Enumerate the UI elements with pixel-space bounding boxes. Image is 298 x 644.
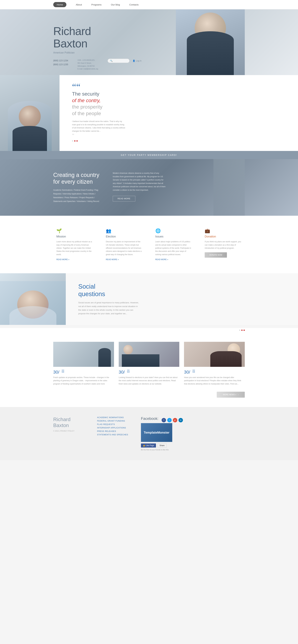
hero-address: USA - LOS ANGELES, 901 East E Street, Wi… bbox=[78, 59, 98, 70]
nav-item-home[interactable]: Home bbox=[53, 2, 66, 7]
quote-line3: the prosperity bbox=[72, 104, 125, 110]
quote-line1: The security bbox=[72, 91, 125, 97]
stat-election-title: Election bbox=[106, 235, 143, 238]
news-month-3: 03 bbox=[192, 370, 195, 373]
googleplus-social-icon[interactable]: g+ bbox=[173, 418, 177, 422]
linkedin-social-icon[interactable]: in bbox=[178, 418, 183, 422]
footer: Richard Baxton © 2015 | PRIVACY POLICY A… bbox=[0, 407, 298, 460]
stat-mission-link[interactable]: READ MORE » bbox=[56, 258, 69, 260]
hero-address-line4: E-mail: mail@demolink.org bbox=[78, 68, 98, 70]
nav-item-contacts[interactable]: Contacts bbox=[129, 3, 139, 6]
social-dot-1[interactable] bbox=[239, 330, 240, 331]
mission-icon: 🌱 bbox=[56, 228, 93, 234]
footer-name-line1: Richard bbox=[53, 416, 71, 422]
hero-name: Richard Baxton bbox=[53, 25, 91, 50]
news-text-3: Have you ever wondered how your life can… bbox=[184, 376, 245, 386]
fb-like-button[interactable]: 👍 Like Page bbox=[141, 444, 156, 448]
footer-name-line2: Baxton bbox=[53, 422, 69, 428]
login-button[interactable]: 👤 Log In bbox=[133, 60, 142, 62]
quote-close-mark: ” bbox=[72, 133, 125, 138]
search-box: 🔍 bbox=[108, 59, 130, 63]
hero-phone2: (800) 123 1235 bbox=[53, 62, 68, 66]
issues-icon: 🌐 bbox=[155, 228, 192, 234]
stat-issues-title: Issues bbox=[155, 235, 192, 238]
news-section: 30/ 03 Fresh updates at proposals sectio… bbox=[0, 332, 298, 407]
footer-copyright: © 2015 | PRIVACY POLICY bbox=[53, 430, 85, 432]
footer-link-statements[interactable]: STATEMENTS AND SPEECHES bbox=[97, 434, 128, 436]
creating-title-line1: Creating a country bbox=[53, 172, 99, 178]
footer-facebook-title: Facebook: bbox=[141, 416, 158, 421]
social-title-line1: Social bbox=[78, 283, 95, 290]
creating-left: Creating a country for every citizen Aca… bbox=[53, 172, 103, 203]
quote-open-mark: ““ bbox=[72, 84, 125, 89]
news-grid: 30/ 03 Fresh updates at proposals sectio… bbox=[53, 342, 245, 386]
creating-read-more-button[interactable]: READ MORE bbox=[113, 196, 135, 202]
stat-donation-body: If you think my plans are worth support,… bbox=[205, 240, 242, 250]
social-dot-2[interactable] bbox=[241, 330, 242, 331]
stat-donation: 💼 Donation If you think my plans are wor… bbox=[201, 225, 245, 264]
hero-contact-bar: (800) 123 1234 (800) 123 1235 USA - LOS … bbox=[53, 59, 142, 70]
stat-issues: 🌐 Issues Learn about major problems of U… bbox=[152, 225, 195, 264]
stat-issues-body: Learn about major problems of US politic… bbox=[155, 240, 192, 256]
stat-mission-body: Learn more about my political mission as… bbox=[56, 240, 93, 256]
election-icon: 👥 bbox=[106, 228, 143, 234]
hero-phones: (800) 123 1234 (800) 123 1235 bbox=[53, 59, 68, 66]
donate-button[interactable]: DONATE NOW bbox=[205, 252, 227, 258]
stat-election: 👥 Election Discover my plans on improvem… bbox=[103, 225, 146, 264]
footer-link-federal[interactable]: FEDERAL GRANT FUNDING bbox=[97, 420, 128, 422]
membership-text: GET YOUR PARTY MEMBERSHIP CARD! bbox=[121, 154, 177, 156]
news-item-1: 30/ 03 Fresh updates at proposals sectio… bbox=[53, 342, 114, 386]
creating-statue-image bbox=[213, 159, 245, 216]
navigation: Home About Programs Our blog Contacts bbox=[0, 0, 298, 10]
quote-dots bbox=[72, 140, 125, 142]
quote-dot-1[interactable] bbox=[72, 140, 73, 142]
footer-link-flag[interactable]: FLAG REQUESTS bbox=[97, 423, 128, 426]
nav-item-programs[interactable]: Programs bbox=[91, 3, 102, 6]
social-body: Social issues are of great importance to… bbox=[78, 301, 141, 316]
quote-section: ““ The security of the contry, the prosp… bbox=[0, 75, 298, 151]
facebook-social-icon[interactable]: f bbox=[162, 418, 166, 422]
news-date-3: 30/ bbox=[184, 370, 190, 374]
fb-share-button[interactable]: Share bbox=[158, 444, 167, 448]
creating-right: Modern American citizens deserve a count… bbox=[113, 172, 166, 203]
news-date-2: 30/ bbox=[119, 370, 125, 374]
social-title-line2: questions bbox=[78, 290, 105, 297]
nav-item-about[interactable]: About bbox=[76, 3, 82, 6]
news-date-row-3: 30/ 03 bbox=[184, 370, 245, 374]
social-content: Social questions Social issues are of gr… bbox=[66, 273, 298, 325]
news-month-1: 03 bbox=[62, 370, 64, 373]
hero-phone1: (800) 123 1234 bbox=[53, 59, 68, 62]
social-dot-3[interactable] bbox=[243, 330, 245, 331]
quote-dot-2[interactable] bbox=[74, 140, 76, 142]
hero-name-first: Richard bbox=[53, 25, 91, 38]
twitter-social-icon[interactable]: t bbox=[167, 418, 172, 422]
social-dots bbox=[0, 328, 298, 332]
footer-facebook: Facebook: f t g+ in TemplateMonster 👍 Li… bbox=[141, 416, 245, 451]
news-image-3 bbox=[184, 342, 245, 367]
quote-dot-3[interactable] bbox=[76, 140, 78, 142]
news-image-1 bbox=[53, 342, 114, 367]
news-date-number-3: 30/ bbox=[184, 370, 190, 374]
quote-portrait bbox=[0, 75, 60, 151]
news-text-1: Fresh updates at proposals section. Thes… bbox=[53, 376, 114, 386]
news-image-2 bbox=[119, 342, 179, 367]
news-item-3: 30/ 03 Have you ever wondered how your l… bbox=[184, 342, 245, 386]
news-date-1: 30/ bbox=[53, 370, 59, 374]
nav-item-blog[interactable]: Our blog bbox=[111, 3, 120, 6]
news-date-row-2: 30/ 03 bbox=[119, 370, 179, 374]
footer-link-press[interactable]: PRESS RELEASES bbox=[97, 430, 128, 432]
footer-link-academic[interactable]: ACADEMIC NOMINATIONS bbox=[97, 416, 128, 418]
hero-address-line3: Wilmington, CA 90744 bbox=[78, 64, 98, 68]
quote-line4: of the people bbox=[72, 110, 125, 117]
hero-search-area: 🔍 👤 Log In bbox=[108, 59, 142, 63]
quote-body: I believe true leader should serve the n… bbox=[72, 120, 125, 133]
stat-mission: 🌱 Mission Learn more about my political … bbox=[53, 225, 97, 264]
footer-link-internship[interactable]: INTERNSHIP APPLICATIONS bbox=[97, 427, 128, 429]
stat-issues-link[interactable]: READ MORE » bbox=[155, 258, 168, 260]
news-more-button[interactable]: MORE NEWS » › bbox=[217, 392, 245, 398]
donation-icon: 💼 bbox=[205, 228, 242, 234]
news-date-row-1: 30/ 03 bbox=[53, 370, 114, 374]
social-section: Social questions Social issues are of gr… bbox=[0, 273, 298, 325]
stat-election-link[interactable]: READ MORE » bbox=[106, 258, 119, 260]
news-more-button-row: MORE NEWS » › bbox=[53, 392, 245, 398]
